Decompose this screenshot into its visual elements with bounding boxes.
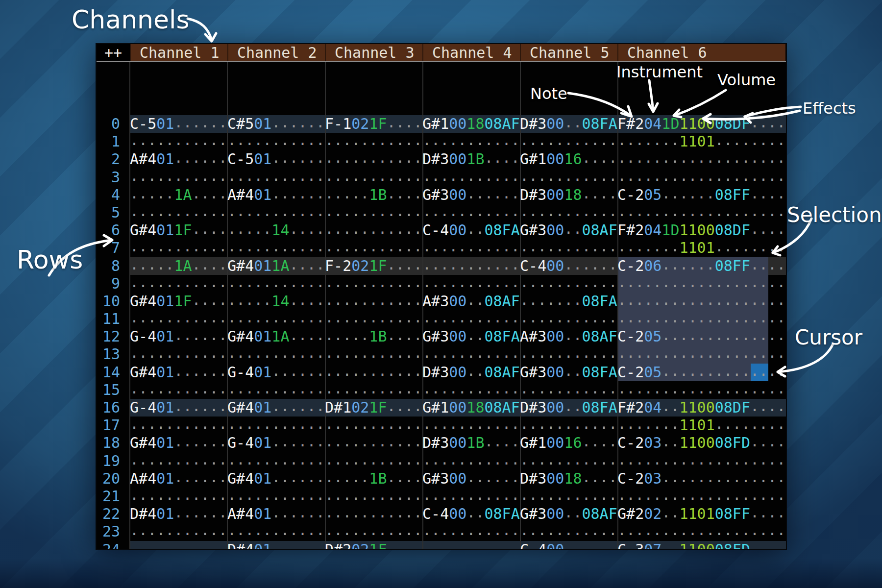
pattern-cell[interactable]: F#2041D110008DF.... xyxy=(617,221,785,239)
pattern-cell[interactable]: ................... xyxy=(617,381,785,399)
pattern-cell[interactable]: C-400...... xyxy=(520,541,617,549)
pattern-cell[interactable]: ........... xyxy=(422,381,520,399)
pattern-cell[interactable]: D#1021F.... xyxy=(325,399,422,416)
pattern-cell[interactable]: ........... xyxy=(325,381,422,399)
pattern-cell[interactable]: .......1101........ xyxy=(617,416,785,434)
pattern-cell[interactable]: ........... xyxy=(227,310,325,328)
pattern-cell[interactable]: G#10016.... xyxy=(520,150,617,168)
pattern-cell[interactable]: F-2021F.... xyxy=(325,257,422,275)
pattern-cell[interactable]: ........... xyxy=(422,169,520,186)
pattern-cell[interactable]: A#401...... xyxy=(130,150,227,168)
pattern-cell[interactable]: ................... xyxy=(617,345,785,363)
pattern-cell[interactable]: ........... xyxy=(325,505,422,523)
pattern-cell[interactable]: C-400..08FA xyxy=(422,221,520,239)
pattern-cell[interactable]: ........... xyxy=(422,523,520,540)
pattern-cell[interactable]: ........... xyxy=(520,169,617,186)
pattern-cell[interactable]: G#300...... xyxy=(422,470,520,488)
pattern-cell[interactable]: G#401...... xyxy=(227,399,325,416)
pattern-cell[interactable]: ........... xyxy=(520,523,617,540)
pattern-cell[interactable]: ........... xyxy=(130,523,227,540)
pattern-cell[interactable]: G#401...... xyxy=(130,364,227,381)
pattern-cell[interactable]: ........... xyxy=(130,275,227,293)
pattern-cell[interactable]: ................... xyxy=(617,523,785,540)
pattern-cell[interactable]: ........... xyxy=(325,169,422,186)
pattern-cell[interactable]: C-205.............. xyxy=(617,328,785,345)
pattern-cell[interactable]: ........... xyxy=(422,345,520,363)
pattern-cell[interactable]: D#30018.... xyxy=(520,470,617,488)
pattern-cell[interactable]: ................... xyxy=(617,150,785,168)
pattern-cell[interactable]: ................... xyxy=(617,310,785,328)
pattern-cell[interactable]: ........... xyxy=(325,133,422,150)
channel-header-6[interactable]: Channel 6 xyxy=(617,44,785,61)
channel-header-4[interactable]: Channel 4 xyxy=(422,44,520,61)
channel-header-1[interactable]: Channel 1 xyxy=(130,44,227,61)
pattern-cell[interactable]: ........... xyxy=(227,381,325,399)
pattern-cell[interactable]: F#204..110008DF.... xyxy=(617,399,785,416)
pattern-cell[interactable]: ........... xyxy=(520,345,617,363)
pattern-cell[interactable]: .......1101........ xyxy=(617,133,785,150)
pattern-cell[interactable]: ........... xyxy=(227,169,325,186)
pattern-cell[interactable]: D#300..08FA xyxy=(520,115,617,133)
pattern-cell[interactable]: G#1001808AF xyxy=(422,399,520,416)
pattern-cell[interactable]: .....1B.... xyxy=(325,470,422,488)
pattern-cell[interactable]: G-401...... xyxy=(130,328,227,345)
pattern-cell[interactable]: ........... xyxy=(130,416,227,434)
pattern-cell[interactable]: ........... xyxy=(422,488,520,505)
pattern-cell[interactable]: G#1001808AF xyxy=(422,115,520,133)
pattern-cell[interactable]: ........... xyxy=(325,275,422,293)
pattern-cell[interactable]: D#30018.... xyxy=(520,186,617,204)
pattern-cell[interactable]: A#300..08AF xyxy=(422,293,520,310)
pattern-cell[interactable]: C-206......08FF.... xyxy=(617,257,785,275)
pattern-cell[interactable]: C-501...... xyxy=(227,150,325,168)
pattern-cell[interactable]: C#501...... xyxy=(227,115,325,133)
pattern-cell[interactable]: ........... xyxy=(325,150,422,168)
pattern-cell[interactable]: .....1A.... xyxy=(130,186,227,204)
pattern-cell[interactable]: ........... xyxy=(422,416,520,434)
pattern-cell[interactable]: .......08FA xyxy=(520,293,617,310)
pattern-cell[interactable]: .....1B.... xyxy=(325,186,422,204)
pattern-cell[interactable]: G#202..110108FF.... xyxy=(617,505,785,523)
pattern-cell[interactable]: .....1A.... xyxy=(130,257,227,275)
pattern-cell[interactable]: A#401...... xyxy=(130,470,227,488)
pattern-cell[interactable]: D#3001B.... xyxy=(422,150,520,168)
channel-header-5[interactable]: Channel 5 xyxy=(520,44,617,61)
pattern-cell[interactable]: ........... xyxy=(227,239,325,257)
pattern-cell[interactable]: G#4011F.... xyxy=(130,221,227,239)
pattern-cell[interactable]: ........... xyxy=(325,239,422,257)
add-channel-button[interactable]: ++ xyxy=(97,44,130,61)
pattern-cell[interactable]: ........... xyxy=(422,257,520,275)
pattern-cell[interactable]: ........... xyxy=(325,434,422,452)
pattern-cell[interactable]: ................... xyxy=(617,293,785,310)
pattern-cell[interactable]: ........... xyxy=(130,381,227,399)
pattern-cell[interactable]: G#4011A.... xyxy=(227,257,325,275)
pattern-cell[interactable]: ........... xyxy=(520,452,617,470)
pattern-cell[interactable]: A#300..08AF xyxy=(520,328,617,345)
pattern-cell[interactable]: F-1021F.... xyxy=(325,115,422,133)
pattern-cell[interactable]: ................... xyxy=(617,275,785,293)
pattern-cell[interactable]: A#401...... xyxy=(227,505,325,523)
pattern-cell[interactable]: ........... xyxy=(325,293,422,310)
pattern-cell[interactable]: ........... xyxy=(130,345,227,363)
pattern-cell[interactable]: C-501...... xyxy=(130,115,227,133)
pattern-cell[interactable]: ........... xyxy=(130,488,227,505)
pattern-cell[interactable]: ........... xyxy=(130,169,227,186)
pattern-cell[interactable]: ........... xyxy=(520,204,617,221)
pattern-cell[interactable]: G#300..08FA xyxy=(520,364,617,381)
pattern-cell[interactable]: D#2021F.... xyxy=(325,541,422,549)
pattern-cell[interactable]: G#4011F.... xyxy=(130,293,227,310)
pattern-cell[interactable]: ........... xyxy=(325,204,422,221)
pattern-cell[interactable]: ........... xyxy=(325,221,422,239)
pattern-cell[interactable]: ........... xyxy=(520,488,617,505)
pattern-cell[interactable]: ................... xyxy=(617,452,785,470)
channel-header-3[interactable]: Channel 3 xyxy=(325,44,422,61)
pattern-cell[interactable]: ........... xyxy=(520,275,617,293)
pattern-cell[interactable]: ........... xyxy=(227,275,325,293)
pattern-cell[interactable]: C-400..08FA xyxy=(422,505,520,523)
pattern-cell[interactable]: ........... xyxy=(520,239,617,257)
pattern-cell[interactable]: G#300..08AF xyxy=(520,221,617,239)
pattern-cell[interactable]: ........... xyxy=(227,204,325,221)
pattern-cell[interactable]: F#2041D110008DF.... xyxy=(617,115,785,133)
pattern-cell[interactable]: ........... xyxy=(227,523,325,540)
pattern-cell[interactable]: G#4011A.... xyxy=(227,328,325,345)
pattern-cell[interactable]: D#300..08FA xyxy=(520,399,617,416)
